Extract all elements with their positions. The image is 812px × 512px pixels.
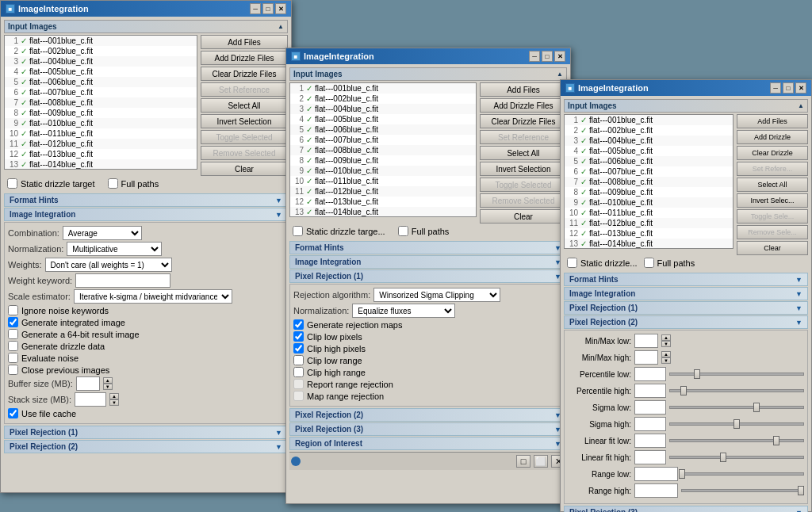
evaluate-noise-cb-1[interactable] bbox=[8, 353, 18, 363]
add-drizzle-button-2[interactable]: Add Drizzle Files bbox=[480, 98, 567, 113]
pixel-rejection-2-header-1[interactable]: Pixel Rejection (2) ▼ bbox=[4, 440, 288, 453]
clear-drizzle-button-1[interactable]: Clear Drizzle Files bbox=[201, 67, 288, 81]
file-item[interactable]: 12✓flat---013blue_c.fit bbox=[290, 197, 476, 207]
region-of-interest-header-2[interactable]: Region of Interest ▼ bbox=[289, 437, 567, 450]
invert-selection-button-1[interactable]: Invert Selection bbox=[201, 114, 288, 128]
stack-down-1[interactable]: ▼ bbox=[109, 399, 119, 406]
file-item[interactable]: 5✓flat---006blue_c.fit bbox=[290, 124, 476, 135]
min-max-high-down-3[interactable]: ▼ bbox=[661, 357, 671, 364]
clear-button-2[interactable]: Clear bbox=[480, 209, 567, 224]
linear-fit-high-input-3[interactable]: 2.500 bbox=[634, 450, 666, 464]
bottom-btn-2-2[interactable]: ⬜ bbox=[534, 455, 548, 468]
gen-maps-cb-2[interactable] bbox=[293, 319, 304, 330]
toggle-selected-button-2[interactable]: Toggle Selected bbox=[480, 178, 567, 192]
static-drizzle-cb-3[interactable] bbox=[567, 258, 577, 268]
report-range-cb-2[interactable] bbox=[293, 379, 304, 389]
min-max-low-input-3[interactable]: 1 bbox=[634, 334, 658, 348]
file-item[interactable]: 10✓flat---011blue_c.fit bbox=[290, 176, 476, 186]
image-integration-header-1[interactable]: Image Integration ▼ bbox=[4, 208, 288, 221]
file-list-2[interactable]: 1✓flat---001blue_c.fit 2✓flat---002blue_… bbox=[289, 82, 477, 217]
remove-selected-button-3[interactable]: Remove Sele... bbox=[737, 225, 808, 239]
add-drizzle-button-1[interactable]: Add Drizzle Files bbox=[201, 51, 288, 65]
pixel-rejection-1-header-3[interactable]: Pixel Rejection (1) ▼ bbox=[564, 301, 808, 315]
generate-integrated-cb-1[interactable] bbox=[8, 317, 18, 327]
percentile-high-input-3[interactable]: 0.100 bbox=[634, 384, 666, 398]
pixel-rejection-2-header-2[interactable]: Pixel Rejection (2) ▼ bbox=[289, 408, 567, 422]
use-file-cache-cb-1[interactable] bbox=[8, 408, 18, 418]
percentile-low-slider-3[interactable] bbox=[669, 373, 804, 376]
ignore-noise-cb-1[interactable] bbox=[8, 305, 18, 315]
stack-size-input-1[interactable]: 1024 bbox=[75, 392, 106, 407]
min-max-high-input-3[interactable]: 1 bbox=[634, 350, 658, 365]
maximize-btn-3[interactable]: □ bbox=[783, 82, 794, 94]
file-item[interactable]: 13✓flat---014blue_c.fit bbox=[290, 207, 476, 217]
stack-up-1[interactable]: ▲ bbox=[109, 393, 119, 399]
file-item[interactable]: 4✓flat---005blue_c.fit bbox=[565, 146, 733, 156]
file-list-1[interactable]: 1✓flat---001blue_c.fit 2✓flat---002blue_… bbox=[4, 35, 197, 170]
maximize-btn-2[interactable]: □ bbox=[542, 51, 553, 62]
min-max-low-up-3[interactable]: ▲ bbox=[661, 334, 671, 341]
file-item[interactable]: 6✓flat---007blue_c.fit bbox=[5, 87, 197, 97]
clip-high-pixels-cb-2[interactable] bbox=[293, 343, 304, 353]
percentile-low-input-3[interactable]: 0.200 bbox=[634, 367, 666, 381]
select-all-button-3[interactable]: Select All bbox=[737, 178, 808, 192]
file-item[interactable]: 6✓flat---007blue_c.fit bbox=[565, 166, 733, 177]
generate-drizzle-cb-1[interactable] bbox=[8, 341, 18, 351]
file-item[interactable]: 12✓flat---013blue_c.fit bbox=[5, 149, 197, 159]
add-files-button-1[interactable]: Add Files bbox=[201, 35, 288, 49]
file-item[interactable]: 3✓flat---004blue_c.fit bbox=[290, 104, 476, 114]
combination-select-1[interactable]: Average bbox=[63, 226, 142, 240]
minimize-btn-2[interactable]: ─ bbox=[529, 51, 540, 62]
normalization-select-1[interactable]: Multiplicative bbox=[67, 242, 162, 256]
close-btn-1[interactable]: ✕ bbox=[275, 3, 286, 14]
pixel-rejection-2-header-3[interactable]: Pixel Rejection (2) ▼ bbox=[564, 315, 808, 329]
full-paths-cb-2[interactable] bbox=[398, 226, 408, 236]
file-item[interactable]: 10✓flat---011blue_c.fit bbox=[5, 128, 197, 139]
clip-low-pixels-cb-2[interactable] bbox=[293, 331, 304, 342]
file-item[interactable]: 10✓flat---011blue_c.fit bbox=[565, 208, 733, 218]
close-btn-3[interactable]: ✕ bbox=[795, 82, 806, 94]
bottom-btn-1-2[interactable]: □ bbox=[516, 455, 530, 468]
file-item[interactable]: 1✓flat---001blue_c.fit bbox=[5, 36, 197, 46]
image-integration-header-3[interactable]: Image Integration ▼ bbox=[564, 287, 808, 300]
rejection-norm-select-2[interactable]: Equalize fluxes bbox=[352, 304, 455, 318]
file-item[interactable]: 11✓flat---012blue_c.fit bbox=[5, 139, 197, 149]
set-reference-button-2[interactable]: Set Reference bbox=[480, 130, 567, 144]
range-low-slider-3[interactable] bbox=[681, 472, 804, 476]
linear-fit-high-slider-3[interactable] bbox=[669, 456, 804, 459]
clear-drizzle-button-2[interactable]: Clear Drizzle Files bbox=[480, 114, 567, 128]
map-range-cb-2[interactable] bbox=[293, 391, 304, 401]
sigma-low-input-3[interactable]: 4.000 bbox=[634, 400, 666, 415]
clear-drizzle-button-3[interactable]: Clear Drizzle bbox=[737, 146, 808, 160]
add-files-button-2[interactable]: Add Files bbox=[480, 82, 567, 97]
minimize-btn-3[interactable]: ─ bbox=[770, 82, 781, 94]
sigma-high-input-3[interactable]: 3.000 bbox=[634, 417, 666, 431]
close-previous-cb-1[interactable] bbox=[8, 365, 18, 375]
algorithm-select-2[interactable]: Winsorized Sigma Clipping bbox=[373, 288, 500, 302]
file-item[interactable]: 13✓flat---014blue_c.fit bbox=[565, 239, 733, 249]
min-max-low-down-3[interactable]: ▼ bbox=[661, 341, 671, 347]
add-files-button-3[interactable]: Add Files bbox=[737, 114, 808, 128]
remove-selected-button-1[interactable]: Remove Selected bbox=[201, 146, 288, 160]
add-drizzle-button-3[interactable]: Add Drizzle bbox=[737, 130, 808, 144]
min-max-high-up-3[interactable]: ▲ bbox=[661, 351, 671, 357]
file-item[interactable]: 5✓flat---006blue_c.fit bbox=[5, 77, 197, 87]
linear-fit-low-slider-3[interactable] bbox=[669, 439, 804, 442]
file-item[interactable]: 12✓flat---013blue_c.fit bbox=[565, 228, 733, 239]
range-low-input-3[interactable]: 0.000000 bbox=[634, 467, 678, 481]
format-hints-header-1[interactable]: Format Hints ▼ bbox=[4, 193, 288, 207]
file-item[interactable]: 9✓flat---010blue_c.fit bbox=[565, 197, 733, 208]
file-item[interactable]: 1✓flat---001blue_c.fit bbox=[565, 115, 733, 125]
file-item[interactable]: 8✓flat---009blue_c.fit bbox=[565, 187, 733, 197]
weight-keyword-input-1[interactable] bbox=[75, 273, 170, 288]
collapse-arrow-2[interactable]: ▲ bbox=[557, 71, 563, 78]
clear-button-1[interactable]: Clear bbox=[201, 162, 288, 176]
select-all-button-1[interactable]: Select All bbox=[201, 98, 288, 113]
collapse-arrow-3[interactable]: ▲ bbox=[798, 102, 804, 109]
range-high-slider-3[interactable] bbox=[681, 489, 804, 492]
scale-estimator-select-1[interactable]: Iterative k-sigma / biweight midvariance bbox=[74, 289, 232, 304]
file-item[interactable]: 13✓flat---014blue_c.fit bbox=[5, 159, 197, 170]
generate-64bit-cb-1[interactable] bbox=[8, 329, 18, 339]
full-paths-checkbox-1[interactable] bbox=[108, 178, 118, 189]
pixel-rejection-1-header-1[interactable]: Pixel Rejection (1) ▼ bbox=[4, 426, 288, 439]
